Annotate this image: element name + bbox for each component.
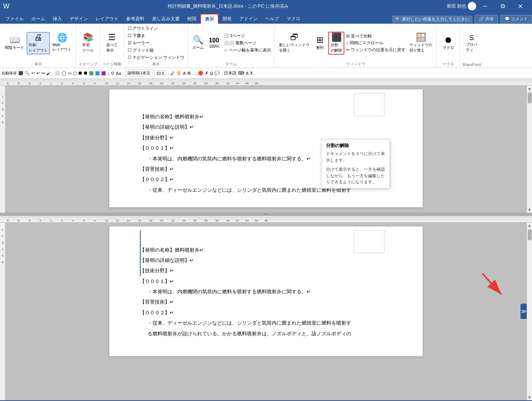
tab-addin[interactable]: アドイン (235, 14, 261, 24)
page-width-button[interactable]: ↔ ページ幅を基準に表示 (222, 47, 272, 53)
tab-references[interactable]: 参考資料 (122, 14, 148, 24)
highlight-btn[interactable]: 🖊 (170, 71, 175, 76)
scroll-down-bottom[interactable]: ▼ (527, 395, 532, 400)
tab-view[interactable]: 表示 (200, 14, 219, 24)
switch-window-button[interactable]: 🪟 ウィンドウの切り替え (407, 32, 434, 54)
tab-help[interactable]: ヘルプ (261, 14, 283, 24)
ruler-checkbox[interactable]: ☑ ルーラー (127, 40, 185, 46)
scroll-down-top[interactable]: ▼ (527, 207, 532, 213)
redo-btn[interactable]: ↪ (41, 71, 45, 76)
color-purple[interactable] (101, 71, 106, 76)
draft-check-icon: ☐ (128, 33, 131, 38)
tab-layout[interactable]: レイアウト (92, 14, 122, 24)
hand-tool[interactable]: ✋ (176, 71, 182, 76)
print-layout-button[interactable]: 🖨 印刷レイアウト (27, 32, 50, 54)
aa-tool[interactable]: Aa (116, 71, 121, 76)
macro-button[interactable]: ⏺ マクロ (441, 35, 456, 52)
zoom-100-button[interactable]: 100 100% (206, 36, 222, 50)
arrow-down-tool[interactable]: ↓ (107, 71, 110, 76)
search-btn[interactable]: 🔍 (24, 71, 30, 76)
expand-btn[interactable]: ⊻ (250, 71, 253, 76)
scroll-up-top[interactable]: ▲ (527, 86, 532, 91)
minimize-button[interactable]: ─ (476, 0, 494, 12)
pane-top: 1 2 3 4 5 【発明の名称】燃料噴射弁↵ 【発明の詳細な説明】↵ 【技術分… (0, 86, 532, 213)
zoom-button[interactable]: 🔍 ズーム (190, 35, 206, 52)
tab-design[interactable]: デザイン (66, 14, 92, 24)
scroll-thumb-top[interactable] (528, 92, 532, 103)
font-family[interactable]: 游明朝 (本文 (125, 70, 153, 77)
restore-button[interactable]: ⧉ (494, 0, 511, 12)
sidebar-collapse-button[interactable]: ≫ (521, 304, 527, 319)
learning-tools-button[interactable]: 📚 学習ツール (80, 32, 96, 54)
one-page-button[interactable]: ⬜ 1ページ (222, 32, 272, 39)
properties-button[interactable]: S プロパティ (464, 33, 479, 54)
tab-macro[interactable]: マクロ (283, 14, 304, 24)
arrange-all-button[interactable]: ⊞ 整列 (312, 35, 328, 52)
reading-mode-button[interactable]: 📖 閲覧モード (3, 35, 26, 52)
tooltip-text1: ドキュメントを２つに分けて表示します。 (326, 150, 385, 163)
omega-btn[interactable]: Ω (210, 71, 213, 76)
tab-insert[interactable]: 挿入 (49, 14, 66, 24)
doc-line-6-bottom: 【背景技術】↵ (140, 298, 392, 306)
reject-btn[interactable]: ✗ (205, 71, 208, 76)
scrollbar-bottom[interactable]: ▲ ▼ (527, 223, 532, 401)
track-btn[interactable]: 🔴 (198, 71, 203, 76)
comment-button[interactable]: 💬 コメント (500, 15, 532, 23)
page-movement-group-label: ページ移動 (102, 61, 122, 67)
gridlines-checkbox[interactable]: ☐ グリッド線 (127, 47, 185, 53)
search-box[interactable]: 🔍 実行したい作業を入力してください (392, 16, 472, 23)
scroll-thumb-bottom[interactable] (528, 229, 532, 241)
navigation-checkbox[interactable]: ☐ ナビゲーション ウィンドウ (127, 54, 185, 61)
font-size[interactable]: 10.5 (154, 70, 166, 76)
more-btn[interactable]: … (192, 71, 196, 76)
color-blue[interactable] (95, 71, 100, 76)
shape-tool6[interactable]: ⬣ (84, 71, 88, 76)
reset-position-button[interactable]: ↩ ウィンドウの位置を元に戻す (345, 47, 407, 53)
scrollbar-top[interactable]: ▲ ▼ (527, 86, 532, 213)
comment-btn3[interactable]: A (246, 71, 248, 76)
tab-review[interactable]: 校閲 (183, 14, 200, 24)
doc-scroll-top[interactable]: 【発明の名称】燃料噴射弁↵ 【発明の詳細な説明】↵ 【技術分野】↵ 【０００１】… (5, 86, 527, 213)
web-layout-button[interactable]: 🌐 Webレイアウト (50, 32, 73, 53)
view-mode-buttons: 📖 閲覧モード 🖨 印刷レイアウト 🌐 Webレイアウト (3, 25, 73, 61)
shape-tool1[interactable]: ⬜ (55, 71, 60, 76)
font-color-btn[interactable]: A (183, 71, 186, 76)
shape-tool4[interactable]: ▢ (73, 71, 77, 76)
outline-checkbox[interactable]: ☐ アウトライン (127, 25, 185, 32)
tab-mailings[interactable]: 差し込み文書 (148, 14, 183, 24)
close-button[interactable]: ✕ (511, 0, 529, 12)
separator3: | (168, 71, 169, 76)
comment-btn2[interactable]: 💬 (214, 71, 220, 76)
doc-line-2-top: 【発明の詳細な説明】↵ (140, 123, 392, 131)
shape-tool3[interactable]: ▭ (68, 71, 71, 76)
ribbon-group-page-movement: ☰ 並べて表示 ページ移動 (100, 25, 124, 67)
tooltip-split-remove: 分割の解除 ドキュメントを２つに分けて表示します。 分けて表示すると、一方を確認… (321, 139, 390, 189)
user-name: 新田 順也 (447, 3, 466, 10)
sync-scroll-button[interactable]: ↕ 同時にスクロール (345, 40, 407, 46)
doc-line-2-bottom: 【発明の詳細な説明】↵ (140, 256, 392, 265)
table-btn[interactable]: ⊞ (187, 71, 191, 76)
autosave-toggle[interactable]: ⬛ (18, 71, 23, 75)
doc-line-8-bottom: ・従来、ディーゼルエンジンなどには、シリンダと気筒内に囲まれた燃焼室に燃料を噴射… (140, 319, 392, 327)
format-painter[interactable]: 🖌 (46, 71, 50, 76)
undo-btn2[interactable]: ↩ (36, 71, 40, 76)
doc-line-3-bottom: 【技術分野】↵ (140, 266, 392, 275)
shape-tool5[interactable]: ⬟ (78, 71, 82, 76)
arrange-button[interactable]: ☰ 並べて表示 (104, 32, 120, 54)
split-remove-button[interactable]: ⬛ 分割の解除 (328, 32, 344, 55)
pane-divider[interactable]: ━━ (0, 213, 532, 216)
tab-home[interactable]: ホーム (28, 14, 49, 24)
doc-scroll-bottom[interactable]: 【発明の名称】燃料噴射弁↵ 【発明の詳細な説明】↵ 【技術分野】↵ 【０００１】… (5, 223, 527, 401)
multi-page-button[interactable]: ⬜⬜ 複数ページ (222, 40, 272, 46)
undo-btn[interactable]: ↩ (31, 71, 35, 76)
new-window-button[interactable]: 🗗 新しいウィンドウを開く (277, 32, 311, 54)
tab-file[interactable]: ファイル (2, 14, 28, 24)
circle-tool[interactable]: ⊙ (111, 71, 114, 76)
scroll-up-bottom[interactable]: ▲ (527, 223, 532, 228)
share-button[interactable]: 🔗 共有 (475, 15, 498, 23)
color-green[interactable] (89, 71, 94, 76)
tab-developer[interactable]: 開発 (219, 14, 235, 24)
draft-checkbox[interactable]: ☐ 下書き (127, 32, 185, 39)
shape-tool2[interactable]: ◯ (62, 71, 66, 76)
compare-button[interactable]: ⊟ 並べて比較 (345, 33, 407, 39)
